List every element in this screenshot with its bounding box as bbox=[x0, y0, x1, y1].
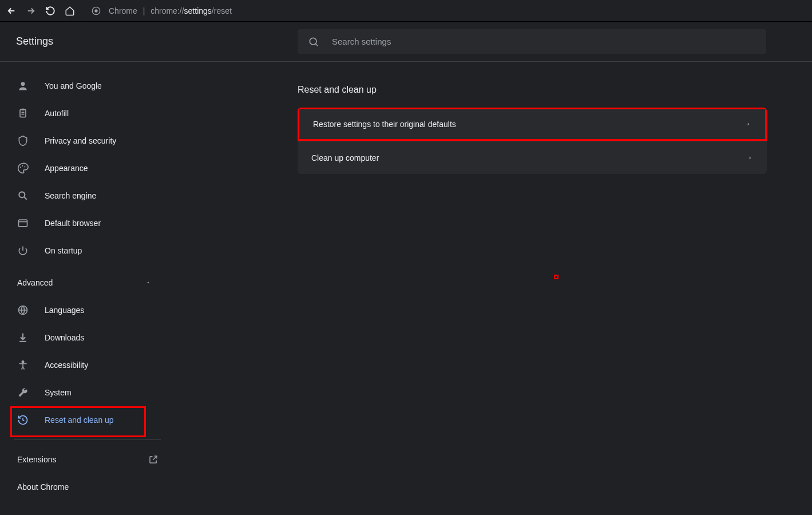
row-label: Restore settings to their original defau… bbox=[313, 120, 456, 129]
sidebar-item-reset[interactable]: Reset and clean up bbox=[0, 406, 175, 434]
svg-point-1 bbox=[94, 9, 97, 12]
chrome-icon bbox=[92, 6, 101, 15]
browser-address-bar: Chrome | chrome://settings/reset bbox=[0, 0, 812, 22]
reset-card: Restore settings to their original defau… bbox=[298, 108, 767, 174]
row-label: Clean up computer bbox=[311, 153, 379, 163]
svg-point-6 bbox=[20, 167, 21, 168]
restore-icon bbox=[17, 414, 29, 426]
svg-point-8 bbox=[24, 166, 25, 167]
search-icon bbox=[308, 36, 319, 47]
power-icon bbox=[17, 245, 29, 256]
sidebar-item-downloads[interactable]: Downloads bbox=[0, 324, 175, 351]
svg-point-2 bbox=[310, 38, 316, 45]
sidebar-item-label: Search engine bbox=[45, 191, 96, 200]
settings-sidebar: You and Google Autofill Privacy and secu… bbox=[0, 62, 175, 515]
sidebar-item-appearance[interactable]: Appearance bbox=[0, 154, 175, 182]
sidebar-item-on-startup[interactable]: On startup bbox=[0, 237, 175, 264]
advanced-label: Advanced bbox=[17, 278, 53, 287]
settings-search[interactable] bbox=[298, 29, 766, 54]
chevron-right-icon bbox=[746, 121, 751, 127]
sidebar-item-autofill[interactable]: Autofill bbox=[0, 100, 175, 127]
settings-body: You and Google Autofill Privacy and secu… bbox=[0, 62, 812, 515]
address-omnibox[interactable]: Chrome | chrome://settings/reset bbox=[84, 2, 806, 19]
sidebar-item-privacy[interactable]: Privacy and security bbox=[0, 127, 175, 154]
sidebar-about-chrome[interactable]: About Chrome bbox=[0, 473, 175, 501]
clipboard-icon bbox=[17, 108, 29, 119]
row-clean-up-computer[interactable]: Clean up computer bbox=[298, 141, 767, 174]
sidebar-item-accessibility[interactable]: Accessibility bbox=[0, 351, 175, 379]
sidebar-item-label: Downloads bbox=[45, 333, 84, 342]
row-restore-defaults[interactable]: Restore settings to their original defau… bbox=[298, 108, 767, 141]
browser-icon bbox=[17, 217, 29, 229]
sidebar-divider bbox=[14, 439, 161, 440]
settings-main: Reset and clean up Restore settings to t… bbox=[175, 62, 812, 515]
forward-button[interactable] bbox=[25, 5, 37, 17]
download-icon bbox=[17, 332, 29, 343]
sidebar-item-label: System bbox=[45, 388, 72, 397]
sidebar-item-label: Default browser bbox=[45, 219, 101, 228]
palette-icon bbox=[17, 163, 29, 174]
sidebar-item-label: Appearance bbox=[45, 164, 88, 173]
sidebar-item-label: Reset and clean up bbox=[45, 415, 114, 425]
sidebar-item-you-and-google[interactable]: You and Google bbox=[0, 72, 175, 100]
svg-point-3 bbox=[21, 82, 25, 86]
extensions-label: Extensions bbox=[17, 455, 56, 464]
reload-button[interactable] bbox=[45, 5, 56, 17]
section-title: Reset and clean up bbox=[298, 85, 812, 95]
sidebar-item-label: Privacy and security bbox=[45, 136, 116, 145]
sidebar-extensions[interactable]: Extensions bbox=[0, 446, 175, 473]
about-label: About Chrome bbox=[17, 482, 69, 492]
url-dim: chrome:// bbox=[150, 6, 184, 15]
sidebar-item-label: Autofill bbox=[45, 109, 69, 118]
sidebar-item-system[interactable]: System bbox=[0, 379, 175, 406]
external-link-icon bbox=[148, 454, 159, 465]
person-icon bbox=[17, 80, 29, 92]
chevron-up-icon bbox=[145, 279, 152, 286]
home-button[interactable] bbox=[64, 5, 76, 17]
sidebar-item-default-browser[interactable]: Default browser bbox=[0, 209, 175, 237]
sidebar-advanced-toggle[interactable]: Advanced bbox=[0, 269, 175, 296]
svg-rect-5 bbox=[22, 109, 25, 110]
search-input[interactable] bbox=[331, 36, 756, 47]
sidebar-item-label: On startup bbox=[45, 246, 82, 255]
svg-rect-10 bbox=[19, 220, 27, 227]
page-title: Settings bbox=[16, 35, 298, 47]
globe-icon bbox=[17, 304, 29, 316]
address-url: Chrome | chrome://settings/reset bbox=[109, 6, 232, 15]
url-origin-label: Chrome bbox=[109, 6, 137, 15]
url-strong: settings bbox=[184, 6, 212, 15]
sidebar-item-search-engine[interactable]: Search engine bbox=[0, 182, 175, 209]
search-icon bbox=[17, 190, 29, 201]
shield-icon bbox=[17, 135, 29, 146]
svg-rect-4 bbox=[20, 109, 26, 117]
sidebar-item-label: You and Google bbox=[45, 81, 102, 90]
url-suffix: /reset bbox=[212, 6, 232, 15]
wrench-icon bbox=[17, 387, 29, 398]
back-button[interactable] bbox=[6, 5, 17, 17]
accessibility-icon bbox=[17, 359, 29, 371]
svg-point-9 bbox=[19, 192, 25, 197]
sidebar-item-label: Languages bbox=[45, 306, 84, 315]
sidebar-item-label: Accessibility bbox=[45, 360, 88, 370]
svg-point-7 bbox=[22, 165, 23, 167]
chevron-right-icon bbox=[747, 155, 753, 161]
settings-header: Settings bbox=[0, 22, 812, 62]
svg-point-12 bbox=[22, 361, 23, 363]
sidebar-item-languages[interactable]: Languages bbox=[0, 296, 175, 324]
